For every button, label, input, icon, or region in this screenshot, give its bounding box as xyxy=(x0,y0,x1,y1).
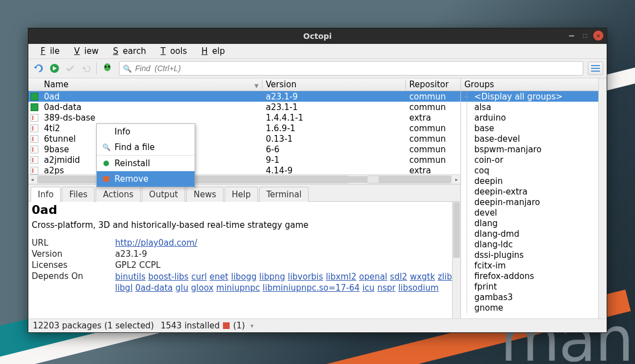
dependency-link[interactable]: openal xyxy=(359,272,388,282)
dependency-link[interactable]: libvorbis xyxy=(288,272,324,282)
dependency-link[interactable]: curl xyxy=(191,272,207,282)
dependency-link[interactable]: glu xyxy=(176,283,188,293)
dependency-link[interactable]: boost-libs xyxy=(148,272,189,282)
group-item[interactable]: dssi-plugins xyxy=(461,250,598,260)
group-item[interactable]: bspwm-manjaro xyxy=(461,144,598,154)
sync-button[interactable] xyxy=(32,61,46,76)
package-name: 389-ds-base xyxy=(41,113,262,123)
dependency-link[interactable]: 0ad-data xyxy=(135,283,172,293)
group-item[interactable]: base xyxy=(461,123,598,133)
dependency-link[interactable]: libpng xyxy=(259,272,285,282)
view-mode-button[interactable] xyxy=(588,62,603,75)
group-item[interactable]: dlang-ldc xyxy=(461,239,598,250)
maximize-button[interactable] xyxy=(580,31,590,41)
package-version: 4.14-9 xyxy=(262,166,406,175)
dependency-link[interactable]: sdl2 xyxy=(390,272,407,282)
dependency-link[interactable]: nspr xyxy=(377,283,395,293)
context-menu-item[interactable]: 🔍Find a file xyxy=(97,139,195,156)
info-version-label: Version xyxy=(32,249,115,259)
installed-icon xyxy=(31,103,38,111)
package-horizontal-scrollbar[interactable]: ◂ ▸ ◂ ▸ xyxy=(28,174,460,184)
blank-icon xyxy=(102,128,110,136)
table-row[interactable]: a2ps4.14-9extra xyxy=(28,165,460,174)
info-licenses-value: GPL2 CCPL xyxy=(115,260,457,270)
groups-header[interactable]: Groups xyxy=(461,78,598,91)
sort-indicator-icon: ▾ xyxy=(254,81,259,89)
package-version: 1.6.9-1 xyxy=(262,123,406,133)
group-item[interactable]: deepin-manjaro xyxy=(461,197,598,207)
menu-view[interactable]: View xyxy=(65,45,103,57)
context-menu-item[interactable]: Remove xyxy=(97,171,195,187)
table-row[interactable]: 9base6-6commun xyxy=(28,144,460,154)
not-installed-icon xyxy=(31,167,38,174)
table-row[interactable]: 389-ds-base1.4.4.1-1extra xyxy=(28,112,460,123)
menu-help[interactable]: Help xyxy=(192,45,229,57)
group-item[interactable]: gambas3 xyxy=(461,292,598,302)
group-item[interactable]: dlang xyxy=(461,218,598,228)
tab-actions[interactable]: Actions xyxy=(96,187,141,202)
dependency-link[interactable]: libxml2 xyxy=(326,272,356,282)
dependency-link[interactable]: wxgtk xyxy=(410,272,435,282)
dependency-link[interactable]: zlib xyxy=(438,272,452,282)
menu-search[interactable]: Search xyxy=(104,45,151,57)
context-menu-label: Find a file xyxy=(115,142,155,152)
tab-files[interactable]: Files xyxy=(62,187,95,202)
group-item[interactable]: alsa xyxy=(461,102,598,112)
group-item[interactable]: dlang-dmd xyxy=(461,228,598,239)
group-item[interactable]: deepin-extra xyxy=(461,186,598,197)
tab-info[interactable]: Info xyxy=(31,187,61,202)
context-menu-item[interactable]: Reinstall xyxy=(97,156,195,171)
titlebar[interactable]: Octopi xyxy=(28,28,607,44)
group-item[interactable]: firefox-addons xyxy=(461,271,598,281)
table-row[interactable]: 6tunnel0.13-1commun xyxy=(28,133,460,144)
info-url-link[interactable]: http://play0ad.com/ xyxy=(115,238,197,248)
column-header-version[interactable]: Version xyxy=(262,79,406,89)
context-menu-item[interactable]: Info xyxy=(97,124,195,139)
dependency-link[interactable]: libgl xyxy=(115,283,133,293)
group-item[interactable]: fcitx-im xyxy=(461,260,598,271)
group-item[interactable]: devel xyxy=(461,207,598,218)
group-item[interactable]: arduino xyxy=(461,112,598,123)
dependency-link[interactable]: gloox xyxy=(191,283,214,293)
package-repo: commun xyxy=(406,134,460,144)
aur-button[interactable] xyxy=(100,61,115,76)
context-menu-label: Info xyxy=(115,127,130,137)
tab-terminal[interactable]: Terminal xyxy=(259,187,309,202)
table-row[interactable]: 0ada23.1-9commun xyxy=(28,91,460,102)
status-dropdown-button[interactable]: ▾ xyxy=(249,322,256,330)
tab-news[interactable]: News xyxy=(186,187,224,202)
groups-vertical-scrollbar[interactable] xyxy=(598,78,607,318)
dependency-link[interactable]: miniupnpc xyxy=(216,283,260,293)
menu-file[interactable]: File xyxy=(32,45,64,57)
dependency-link[interactable]: libogg xyxy=(231,272,256,282)
system-upgrade-button[interactable] xyxy=(47,61,62,76)
red-sq-icon xyxy=(102,175,110,183)
group-item[interactable]: deepin xyxy=(461,176,598,186)
minimize-button[interactable] xyxy=(567,31,577,41)
group-item[interactable]: coq xyxy=(461,165,598,176)
table-row[interactable]: a2jmidid9-1commun xyxy=(28,154,460,165)
table-row[interactable]: 4ti21.6.9-1commun xyxy=(28,123,460,133)
package-repo: commun xyxy=(406,123,460,133)
dependency-link[interactable]: icu xyxy=(363,283,375,293)
dependency-link[interactable]: enet xyxy=(210,272,229,282)
info-vertical-scrollbar[interactable] xyxy=(452,202,460,318)
group-item[interactable]: fprint xyxy=(461,281,598,292)
group-item[interactable]: gnome xyxy=(461,302,598,313)
dependency-link[interactable]: libminiupnpc.so=17-64 xyxy=(262,283,360,293)
menu-tools[interactable]: Tools xyxy=(152,45,192,57)
column-header-repo[interactable]: Repositor xyxy=(406,79,460,89)
group-item[interactable]: coin-or xyxy=(461,154,598,165)
dependency-link[interactable]: binutils xyxy=(115,272,146,282)
group-item[interactable]: <Display all groups> xyxy=(461,91,598,102)
group-item[interactable]: base-devel xyxy=(461,133,598,144)
table-row[interactable]: 0ad-dataa23.1-1commun xyxy=(28,102,460,112)
package-context-menu: Info🔍Find a fileReinstallRemove xyxy=(96,123,195,187)
tab-output[interactable]: Output xyxy=(142,187,185,202)
tab-help[interactable]: Help xyxy=(225,187,258,202)
column-header-name[interactable]: Name ▾ xyxy=(41,79,262,89)
dependency-link[interactable]: libsodium xyxy=(398,283,439,293)
search-input[interactable] xyxy=(134,63,579,73)
close-button[interactable] xyxy=(593,31,603,41)
search-field[interactable]: 🔍 xyxy=(119,61,583,76)
